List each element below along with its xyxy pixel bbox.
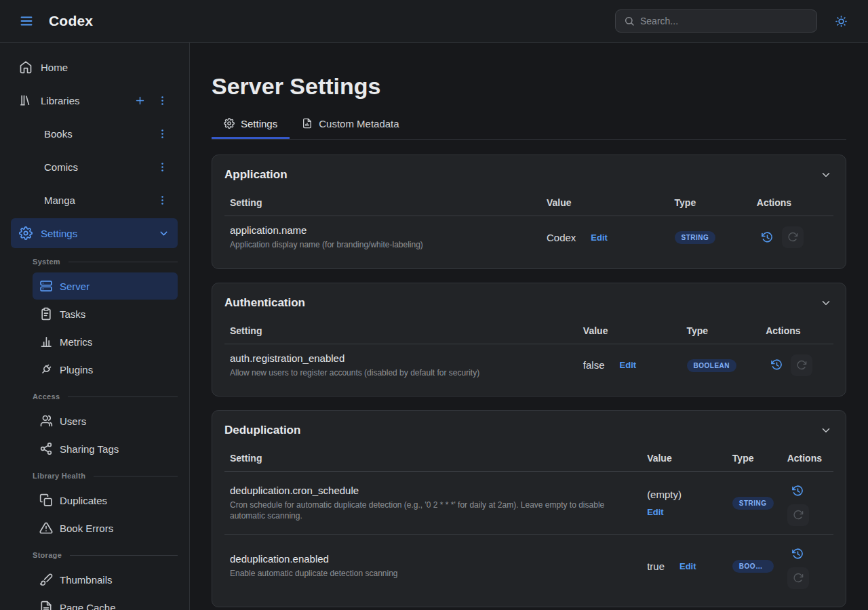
- history-button[interactable]: [757, 226, 778, 248]
- collapse-card-button[interactable]: [818, 296, 833, 310]
- actions-wrap: [787, 480, 825, 526]
- edit-button[interactable]: Edit: [647, 507, 664, 517]
- section-divider: [68, 396, 178, 397]
- actions-wrap: [757, 226, 825, 248]
- sidebar-item-home[interactable]: Home: [11, 52, 178, 82]
- tab-settings[interactable]: Settings: [212, 118, 290, 139]
- sidebar-section-library-health: Library Health: [33, 469, 178, 483]
- chevron-down-icon: [820, 297, 832, 309]
- kebab-button[interactable]: [155, 160, 170, 174]
- setting-description: Cron schedule for automatic duplicate de…: [230, 500, 633, 523]
- column-header-setting: Setting: [224, 190, 541, 216]
- type-cell: STRING: [669, 216, 751, 258]
- sidebar-item-label: Home: [41, 62, 170, 73]
- reset-icon: [793, 573, 804, 584]
- history-icon: [791, 548, 804, 561]
- table-header-row: SettingValueTypeActions: [224, 446, 833, 472]
- collapse-card-button[interactable]: [818, 423, 833, 438]
- history-button[interactable]: [787, 480, 809, 502]
- reset-button[interactable]: [791, 354, 812, 376]
- users-icon: [39, 414, 53, 428]
- brush-icon: [39, 573, 53, 586]
- search-input[interactable]: [640, 16, 808, 26]
- sidebar-item-tasks[interactable]: Tasks: [33, 300, 178, 327]
- section-divider: [70, 555, 178, 556]
- sidebar-item-label: Plugins: [60, 364, 171, 375]
- reset-button[interactable]: [787, 504, 809, 526]
- column-header-value: Value: [541, 190, 669, 216]
- sidebar-item-duplicates[interactable]: Duplicates: [33, 487, 178, 514]
- settings-cards: ApplicationSettingValueTypeActionsapplic…: [212, 155, 846, 610]
- sidebar-item-plugins[interactable]: Plugins: [33, 356, 178, 383]
- column-header-value: Value: [578, 319, 682, 344]
- sidebar-item-label: Metrics: [60, 336, 171, 348]
- setting-value: true: [647, 561, 665, 572]
- chevron-down-icon: [820, 424, 832, 436]
- setting-row-application-name: application.nameApplication display name…: [224, 216, 833, 258]
- setting-description: Allow new users to register accounts (di…: [230, 367, 570, 379]
- section-label: Access: [33, 392, 60, 401]
- tab-custom-metadata[interactable]: Custom Metadata: [290, 118, 411, 139]
- setting-cell: deduplication.enabledEnable automatic du…: [224, 535, 642, 598]
- tab-label: Settings: [241, 118, 277, 129]
- sidebar-nav: HomeLibrariesBooksComicsMangaSettingsSys…: [0, 43, 190, 610]
- sidebar-item-label: Tasks: [60, 308, 171, 320]
- sidebar-item-users[interactable]: Users: [33, 407, 178, 434]
- kebab-button[interactable]: [155, 94, 170, 108]
- main-content: Server Settings SettingsCustom Metadata …: [190, 43, 868, 610]
- edit-button[interactable]: Edit: [620, 360, 637, 370]
- history-icon: [761, 231, 774, 244]
- sidebar-item-server[interactable]: Server: [33, 272, 178, 300]
- plus-icon: [134, 95, 146, 106]
- edit-button[interactable]: Edit: [591, 232, 608, 243]
- menu-icon: [19, 14, 34, 28]
- setting-row-deduplication-enabled: deduplication.enabledEnable automatic du…: [224, 535, 833, 598]
- sidebar-item-comics[interactable]: Comics: [11, 152, 178, 182]
- sidebar-item-label: Books: [44, 128, 147, 140]
- setting-cell: application.nameApplication display name…: [224, 216, 541, 258]
- actions-wrap: [766, 354, 825, 376]
- sidebar-item-sharing-tags[interactable]: Sharing Tags: [33, 435, 178, 462]
- settings-card-application: ApplicationSettingValueTypeActionsapplic…: [212, 155, 846, 269]
- sidebar-item-metrics[interactable]: Metrics: [33, 328, 178, 355]
- kebab-button[interactable]: [155, 127, 170, 141]
- sidebar-item-thumbnails[interactable]: Thumbnails: [33, 566, 178, 593]
- tab-bar: SettingsCustom Metadata: [212, 118, 846, 140]
- plus-button[interactable]: [133, 94, 147, 108]
- sidebar-item-libraries[interactable]: Libraries: [11, 85, 178, 115]
- kebab-button[interactable]: [155, 193, 170, 207]
- sidebar-item-book-errors[interactable]: Book Errors: [33, 514, 178, 542]
- sidebar-item-books[interactable]: Books: [11, 119, 178, 148]
- card-header: Application: [224, 165, 833, 190]
- share-icon: [39, 442, 53, 455]
- sidebar-item-page-cache[interactable]: Page Cache: [33, 594, 178, 610]
- setting-name: application.name: [230, 224, 533, 236]
- theme-toggle-button[interactable]: [831, 11, 852, 32]
- menu-button[interactable]: [16, 11, 37, 31]
- type-cell: BOOLE...: [727, 535, 782, 598]
- library-icon: [19, 94, 33, 107]
- column-header-type: Type: [682, 319, 761, 344]
- collapse-card-button[interactable]: [818, 167, 833, 182]
- reset-button[interactable]: [787, 567, 809, 589]
- value-wrap: falseEdit: [583, 359, 673, 371]
- reset-button[interactable]: [782, 226, 804, 248]
- search-bar: [615, 9, 817, 33]
- setting-name: auth.registration_enabled: [230, 352, 570, 364]
- type-badge: STRING: [732, 497, 774, 510]
- column-header-setting: Setting: [224, 446, 642, 472]
- chevron-down-icon: [158, 228, 170, 239]
- sidebar-item-settings[interactable]: Settings: [11, 218, 178, 248]
- sidebar-item-manga[interactable]: Manga: [11, 185, 178, 215]
- edit-button[interactable]: Edit: [679, 561, 696, 571]
- setting-row-auth-registration-enabled: auth.registration_enabledAllow new users…: [224, 344, 833, 386]
- history-button[interactable]: [766, 354, 787, 376]
- type-cell: BOOLEAN: [682, 344, 761, 386]
- reset-icon: [796, 360, 807, 371]
- bar-chart-icon: [39, 335, 53, 348]
- history-button[interactable]: [787, 543, 809, 565]
- sidebar-item-label: Duplicates: [60, 495, 171, 506]
- sidebar-section-system: System: [33, 255, 178, 268]
- trailing-controls: [158, 228, 170, 239]
- type-badge: STRING: [675, 231, 716, 244]
